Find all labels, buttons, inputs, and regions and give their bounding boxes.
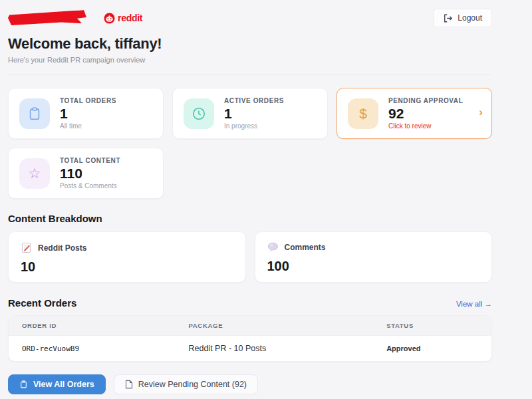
stat-text: TOTAL CONTENT 110 Posts & Comments bbox=[60, 157, 120, 190]
clipboard-icon bbox=[19, 98, 50, 129]
content-breakdown-grid: Reddit Posts 10 Comments 100 bbox=[8, 231, 492, 283]
speech-balloon-icon bbox=[267, 242, 279, 253]
bottom-actions: View All Orders Review Pending Content (… bbox=[8, 374, 492, 394]
clipboard-icon bbox=[19, 380, 28, 389]
stat-text: PENDING APPROVAL 92 Click to review bbox=[388, 97, 463, 130]
header-divider bbox=[8, 74, 492, 75]
column-header-package: PACKAGE bbox=[175, 316, 373, 336]
reddit-wordmark: reddit bbox=[118, 13, 142, 23]
stat-sub-click-to-review: Click to review bbox=[388, 122, 463, 130]
stat-sub: All time bbox=[60, 122, 116, 130]
package-cell: Reddit PR - 10 Posts bbox=[175, 336, 373, 362]
brand-group: reddit bbox=[8, 11, 142, 25]
stat-text: TOTAL ORDERS 1 All time bbox=[60, 97, 116, 130]
dashboard-page: reddit Logout Welcome back, tiffany! Her… bbox=[8, 0, 492, 394]
recent-orders-heading: Recent Orders bbox=[8, 297, 76, 309]
top-bar: reddit Logout bbox=[8, 7, 492, 29]
status-badge: Approved bbox=[373, 336, 491, 362]
stat-label: TOTAL CONTENT bbox=[60, 157, 120, 164]
clock-icon bbox=[184, 98, 214, 129]
stat-sub: Posts & Comments bbox=[60, 182, 120, 190]
reddit-snoo-icon bbox=[104, 13, 115, 24]
star-icon: ☆ bbox=[19, 158, 50, 189]
stat-sub: In progress bbox=[224, 122, 284, 130]
chevron-right-icon: › bbox=[479, 106, 483, 119]
breakdown-value: 100 bbox=[267, 259, 480, 274]
stat-label: TOTAL ORDERS bbox=[60, 97, 116, 104]
review-pending-content-label: Review Pending Content (92) bbox=[138, 380, 247, 389]
logout-button[interactable]: Logout bbox=[434, 9, 492, 27]
stat-card-pending-approval[interactable]: $ PENDING APPROVAL 92 Click to review › bbox=[336, 88, 492, 139]
view-all-link[interactable]: View all → bbox=[456, 300, 492, 308]
stat-value: 1 bbox=[60, 106, 116, 122]
recent-orders-header: Recent Orders View all → bbox=[8, 297, 492, 309]
breakdown-label: Reddit Posts bbox=[38, 243, 86, 253]
stat-label: ACTIVE ORDERS bbox=[224, 97, 284, 104]
stat-text: ACTIVE ORDERS 1 In progress bbox=[224, 97, 284, 130]
stat-value: 110 bbox=[60, 166, 120, 182]
column-header-status: STATUS bbox=[373, 316, 491, 336]
breakdown-card-comments: Comments 100 bbox=[255, 231, 493, 283]
breakdown-card-reddit-posts: Reddit Posts 10 bbox=[8, 231, 246, 283]
stat-card-active-orders: ACTIVE ORDERS 1 In progress bbox=[172, 88, 328, 139]
breakdown-label: Comments bbox=[285, 243, 326, 252]
view-all-orders-label: View All Orders bbox=[33, 380, 94, 389]
review-pending-content-button[interactable]: Review Pending Content (92) bbox=[114, 374, 258, 394]
content-breakdown-heading: Content Breakdown bbox=[8, 213, 492, 224]
stat-card-total-content: ☆ TOTAL CONTENT 110 Posts & Comments bbox=[8, 148, 164, 199]
stat-card-total-orders: TOTAL ORDERS 1 All time bbox=[8, 88, 164, 139]
breakdown-value: 10 bbox=[21, 259, 233, 275]
memo-icon bbox=[21, 242, 32, 253]
stats-grid: TOTAL ORDERS 1 All time ACTIVE ORDERS 1 … bbox=[8, 88, 492, 199]
column-header-order-id: ORDER ID bbox=[9, 316, 175, 336]
order-id-cell: ORD-recVuowB9 bbox=[9, 336, 175, 362]
stat-value: 92 bbox=[388, 106, 463, 122]
reddit-logo: reddit bbox=[104, 13, 142, 24]
dollar-icon: $ bbox=[348, 98, 378, 129]
logout-icon bbox=[444, 14, 453, 23]
page-title: Welcome back, tiffany! bbox=[8, 35, 492, 53]
redacted-brand-logo bbox=[8, 10, 87, 26]
logout-label: Logout bbox=[458, 13, 482, 23]
table-header-row: ORDER ID PACKAGE STATUS bbox=[9, 316, 491, 336]
document-icon bbox=[125, 380, 133, 389]
view-all-orders-button[interactable]: View All Orders bbox=[8, 374, 106, 394]
page-subtitle: Here's your Reddit PR campaign overview bbox=[8, 56, 492, 64]
table-row[interactable]: ORD-recVuowB9 Reddit PR - 10 Posts Appro… bbox=[9, 336, 491, 362]
recent-orders-table: ORDER ID PACKAGE STATUS ORD-recVuowB9 Re… bbox=[8, 315, 492, 362]
stat-value: 1 bbox=[224, 106, 284, 122]
stat-label: PENDING APPROVAL bbox=[388, 97, 463, 104]
